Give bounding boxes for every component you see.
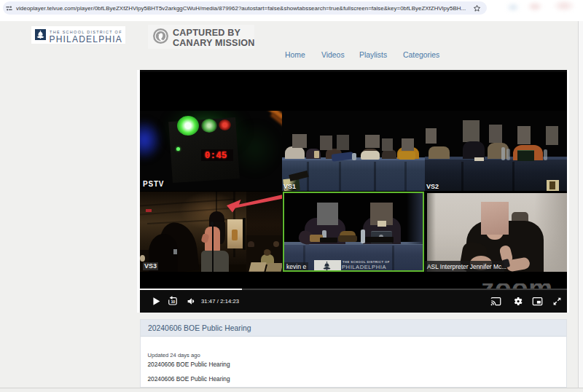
svg-text:10: 10: [171, 299, 175, 304]
